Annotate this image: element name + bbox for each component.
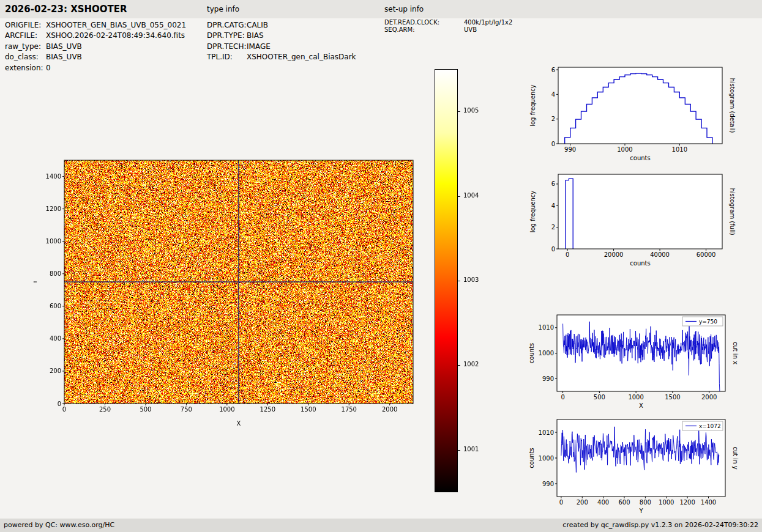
- type-info-metadata: DPR.CATG:CALIB DPR.TYPE:BIAS DPR.TECH:IM…: [207, 20, 356, 63]
- y-tick-label: 600: [50, 303, 61, 309]
- footer-powered-by: powered by QC: www.eso.org/HC: [4, 519, 114, 532]
- x-tick-label: 1500: [665, 394, 680, 401]
- meta-value: 400k/1pt/lg/1x2: [464, 19, 512, 26]
- colorbar-tick-label: 1003: [463, 276, 479, 283]
- x-tick-label: 250: [99, 406, 111, 413]
- y-tick-label: 2: [551, 224, 555, 231]
- x-tick-label: 400: [597, 499, 609, 506]
- x-tick-label: 1000: [628, 394, 643, 401]
- y-tick-label: 0: [551, 141, 555, 147]
- x-tick-label: 1000: [659, 499, 674, 506]
- colorbar-tick-mark: [458, 450, 460, 451]
- x-axis-label: counts: [630, 260, 650, 267]
- y-tick-label: 1010: [539, 324, 554, 331]
- meta-row: DET.READ.CLOCK:400k/1pt/lg/1x2: [384, 19, 512, 26]
- meta-label: DPR.TECH:: [207, 42, 247, 52]
- meta-label: ORIGFILE:: [5, 20, 46, 31]
- x-tick-label: 1750: [342, 406, 357, 413]
- x-tick-label: 1200: [679, 499, 695, 506]
- meta-label: raw_type:: [5, 42, 46, 52]
- meta-value: CALIB: [247, 21, 268, 29]
- x-tick-label: 200: [577, 499, 588, 506]
- y-axis-label: Y: [34, 279, 38, 284]
- setup-info-metadata: DET.READ.CLOCK:400k/1pt/lg/1x2 SEQ.ARM:U…: [384, 19, 512, 34]
- y-axis-label: counts: [528, 343, 535, 363]
- footer-created-by: created by qc_rawdisp.py v1.2.3 on 2026-…: [562, 519, 758, 532]
- bias-image-plot: 0250500750100012501500175020000200400600…: [34, 154, 462, 438]
- meta-value: UVB: [464, 26, 477, 33]
- x-tick-label: 1250: [260, 406, 275, 413]
- cut-in-x-plot: 050010001500200099010001010Xcountscut in…: [520, 306, 747, 419]
- meta-row: DPR.CATG:CALIB: [207, 20, 356, 31]
- meta-label: DPR.TYPE:: [207, 31, 247, 41]
- y-tick-label: 1000: [539, 455, 554, 462]
- y-tick-label: 4: [551, 91, 555, 98]
- x-axis-label: X: [639, 402, 643, 409]
- colorbar-tick-mark: [458, 365, 460, 366]
- y-tick-label: 4: [551, 202, 555, 209]
- y-tick-label: 6: [551, 67, 555, 73]
- meta-label: extension:: [5, 63, 46, 73]
- x-axis-label: counts: [630, 155, 650, 161]
- meta-value: XSHOOTER_gen_cal_BiasDark: [247, 53, 356, 61]
- y-tick-label: 1010: [539, 429, 554, 436]
- footer-bar: powered by QC: www.eso.org/HC created by…: [0, 519, 762, 532]
- x-axis-label: Y: [638, 508, 643, 514]
- file-metadata: ORIGFILE:XSHOOTER_GEN_BIAS_UVB_055_0021 …: [5, 20, 186, 73]
- meta-row: TPL.ID:XSHOOTER_gen_cal_BiasDark: [207, 52, 356, 62]
- plot-bg: [557, 419, 725, 497]
- x-tick-label: 2000: [701, 394, 717, 401]
- colorbar-tick-mark: [458, 281, 460, 281]
- y-tick-label: 1200: [46, 205, 61, 212]
- colorbar-tick-label: 1001: [463, 446, 479, 453]
- plot-bg: [558, 67, 722, 144]
- y-tick-label: 1000: [539, 350, 554, 357]
- meta-value: IMAGE: [247, 42, 271, 51]
- histogram-full-plot: 02000040000600000246countslog frequencyh…: [520, 166, 747, 277]
- meta-row: extension:0: [5, 63, 186, 73]
- x-tick-label: 800: [640, 499, 651, 506]
- meta-value: 0: [46, 64, 51, 72]
- meta-row: raw_type:BIAS_UVB: [5, 42, 186, 52]
- cut-in-y-plot: 020040060080010001200140099010001010Ycou…: [520, 410, 747, 523]
- colorbar: [435, 69, 458, 492]
- meta-label: TPL.ID:: [207, 52, 247, 62]
- y-tick-label: 990: [542, 375, 554, 382]
- meta-row: SEQ.ARM:UVB: [384, 26, 512, 34]
- meta-value: BIAS_UVB: [46, 53, 82, 61]
- colorbar-tick-mark: [458, 111, 460, 112]
- meta-label: SEQ.ARM:: [384, 26, 464, 34]
- right-axis-label: cut in y: [732, 446, 739, 469]
- y-tick-label: 1000: [46, 238, 61, 245]
- legend-label: x=1072: [699, 423, 721, 429]
- y-tick-label: 400: [50, 335, 61, 342]
- y-tick-label: 990: [542, 481, 554, 487]
- colorbar-tick-label: 1004: [463, 192, 479, 199]
- header-bar: 2026-02-23: XSHOOTER type info set-up in…: [0, 0, 762, 18]
- setup-info-section-label: set-up info: [384, 0, 424, 18]
- histogram-detail-plot: 990100010100246countslog frequencyhistog…: [520, 59, 747, 170]
- y-axis-label: counts: [528, 448, 535, 468]
- y-tick-label: 0: [551, 246, 555, 253]
- colorbar-tick-label: 1005: [463, 107, 479, 114]
- x-tick-label: 2000: [382, 406, 397, 413]
- x-tick-label: 1000: [617, 146, 632, 153]
- meta-row: DPR.TYPE:BIAS: [207, 31, 356, 41]
- y-tick-label: 0: [58, 401, 61, 407]
- meta-label: do_class:: [5, 52, 46, 62]
- meta-row: DPR.TECH:IMAGE: [207, 42, 356, 52]
- y-axis-label: log frequency: [529, 191, 536, 233]
- right-axis-label: cut in x: [732, 342, 739, 364]
- x-tick-label: 750: [181, 406, 192, 413]
- x-tick-label: 0: [566, 251, 569, 258]
- meta-value: XSHOO.2026-02-24T08:49:34.640.fits: [46, 31, 185, 40]
- x-tick-label: 0: [62, 406, 66, 413]
- x-tick-label: 20000: [604, 251, 624, 258]
- x-tick-label: 40000: [650, 251, 670, 258]
- type-info-section-label: type info: [207, 0, 239, 18]
- meta-row: ARCFILE:XSHOO.2026-02-24T08:49:34.640.fi…: [5, 31, 186, 41]
- x-tick-label: 500: [140, 406, 151, 413]
- meta-row: do_class:BIAS_UVB: [5, 52, 186, 62]
- plot-frame: [64, 160, 413, 404]
- y-tick-label: 6: [551, 180, 555, 187]
